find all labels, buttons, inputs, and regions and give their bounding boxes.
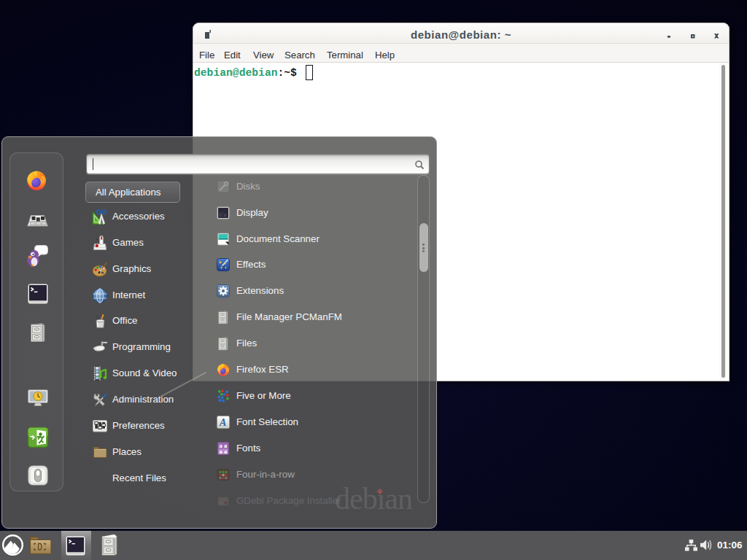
svg-text:A: A xyxy=(219,417,226,428)
